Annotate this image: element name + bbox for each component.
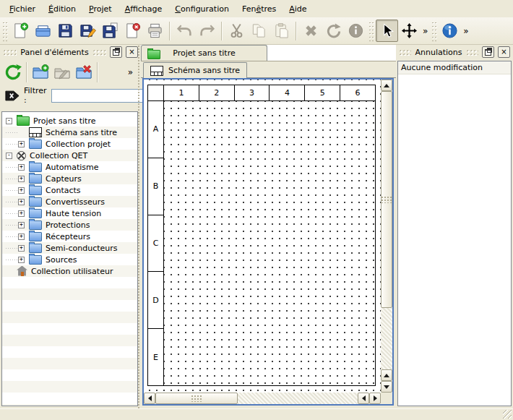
select-tool-button[interactable] (376, 20, 398, 42)
tree-item[interactable]: + Collection projet (2, 138, 137, 150)
about-info-icon (441, 22, 458, 39)
print-button[interactable] (144, 20, 166, 42)
close-panel-button[interactable]: × (126, 46, 138, 58)
horizontal-scrollbar[interactable] (144, 393, 381, 404)
menu-item[interactable]: Aide (283, 1, 313, 17)
scroll-left-button[interactable] (358, 393, 369, 404)
schema-canvas[interactable]: 123456 ABCDE (144, 80, 381, 393)
vertical-scrollbar[interactable] (381, 80, 392, 393)
tree-item[interactable]: Schéma sans titre (2, 127, 137, 138)
save-all-button[interactable] (99, 20, 121, 42)
tree-item[interactable]: + Automatisme (2, 161, 137, 173)
elements-tree[interactable]: - Projet sans titre Schéma sans titre (1, 111, 138, 406)
float-panel-button[interactable] (482, 46, 494, 58)
tree-item-label: Capteurs (46, 174, 82, 184)
close-panel-button[interactable]: × (498, 46, 510, 58)
new-document-button[interactable] (9, 20, 32, 42)
tree-item[interactable]: + Convertisseurs (2, 196, 137, 207)
tree-expander[interactable]: + (18, 141, 25, 147)
tree-item-label: Haute tension (46, 209, 101, 218)
tree-item-label: Collection utilisateur (31, 267, 113, 276)
tree-expander[interactable]: + (18, 233, 25, 240)
tree-expander[interactable]: - (6, 153, 12, 159)
tree-expander[interactable]: - (6, 118, 12, 124)
about-button[interactable] (439, 20, 461, 42)
tree-item[interactable]: + Haute tension (2, 207, 137, 219)
scroll-left-button[interactable] (144, 393, 155, 404)
delete-category-button[interactable] (73, 61, 95, 83)
undo-list[interactable]: Aucune modification (397, 61, 512, 406)
tree-item-label: Schéma sans titre (46, 128, 117, 137)
tree-expander[interactable]: + (18, 257, 25, 263)
scroll-up-button[interactable] (381, 80, 392, 91)
tree-item[interactable]: + Semi-conducteurs (2, 242, 137, 254)
tree-item-label: Collection QET (30, 151, 87, 160)
tree-expander[interactable]: + (18, 245, 25, 252)
main-toolbar: » » (0, 17, 513, 45)
move-tool-button[interactable] (398, 20, 421, 42)
save-button[interactable] (54, 20, 77, 42)
toolbar-handle[interactable] (2, 21, 8, 41)
tree-expander[interactable]: + (18, 210, 25, 217)
float-icon (485, 49, 491, 56)
tree-expander[interactable]: + (18, 199, 25, 205)
tree-item[interactable]: Collection utilisateur (2, 265, 137, 277)
tree-expander[interactable]: + (18, 176, 25, 182)
new-category-button[interactable] (30, 61, 51, 83)
filter-row: Filtrer : (0, 85, 141, 106)
menu-item[interactable]: Configuration (168, 1, 236, 17)
toolbar-handle[interactable] (368, 21, 374, 41)
resize-grip-icon[interactable] (503, 410, 512, 419)
tree-item[interactable]: + Sources (2, 254, 137, 265)
project-tab[interactable]: Projet sans titre (141, 45, 267, 61)
project-area: Projet sans titre Schéma sans titre 1234… (141, 45, 396, 408)
tree-item-icon (29, 186, 42, 195)
dock-grip-texture (92, 49, 106, 56)
scroll-right-button[interactable] (369, 393, 381, 404)
tree-item[interactable]: + Contacts (2, 184, 137, 196)
tree-item[interactable]: + Protections (2, 219, 137, 231)
left-arrow-icon (362, 395, 366, 401)
undo-panel-titlebar[interactable]: Annulations × (396, 45, 513, 59)
tree-expander[interactable]: + (18, 222, 25, 228)
save-icon (57, 22, 74, 39)
project-tab-icon (147, 50, 160, 59)
float-panel-button[interactable] (110, 46, 122, 58)
tree-item[interactable]: + Récepteurs (2, 231, 137, 242)
menu-item[interactable]: Affichage (118, 1, 169, 17)
tree-expander[interactable]: + (18, 187, 25, 194)
tree-item[interactable]: - Collection QET (2, 150, 137, 161)
schema-view[interactable]: 123456 ABCDE (142, 78, 394, 406)
clear-filter-icon[interactable] (5, 90, 20, 102)
left-arrow-icon (148, 395, 152, 401)
tree-item-label: Sources (46, 255, 77, 265)
undo-list-item[interactable]: Aucune modification (398, 61, 511, 74)
elements-panel: Panel d'éléments × » Filtrer : (0, 45, 141, 408)
toolbar-overflow-chevron[interactable]: » (461, 26, 470, 36)
scroll-up-button[interactable] (381, 369, 392, 381)
rotate-icon (325, 22, 342, 39)
save-as-button[interactable] (77, 20, 99, 42)
open-button[interactable] (32, 20, 54, 42)
close-file-button[interactable] (121, 20, 144, 42)
menu-item[interactable]: Fichier (3, 1, 42, 17)
vertical-scrollbar-thumb[interactable] (381, 91, 392, 308)
tree-expander[interactable]: + (18, 164, 25, 171)
elements-panel-titlebar[interactable]: Panel d'éléments × (0, 45, 141, 59)
tree-item[interactable]: + Capteurs (2, 173, 137, 184)
delete-category-icon (75, 64, 92, 81)
menu-item[interactable]: Projet (82, 1, 118, 17)
menu-item[interactable]: Fenêtres (236, 1, 283, 17)
select-arrow-icon (379, 22, 395, 39)
print-icon (147, 22, 163, 39)
scroll-down-button[interactable] (381, 381, 392, 393)
schema-tab[interactable]: Schéma sans titre (143, 62, 247, 78)
reload-collections-button[interactable] (2, 61, 24, 83)
toolbar-overflow-chevron[interactable]: » (421, 26, 430, 36)
toolbar-handle[interactable] (431, 21, 437, 41)
panel-toolbar-overflow-chevron[interactable]: » (128, 67, 133, 77)
horizontal-scrollbar-thumb[interactable] (155, 393, 238, 404)
menu-item[interactable]: Édition (42, 1, 82, 17)
scrollbar-corner (381, 393, 392, 404)
tree-item[interactable]: - Projet sans titre (2, 115, 137, 127)
